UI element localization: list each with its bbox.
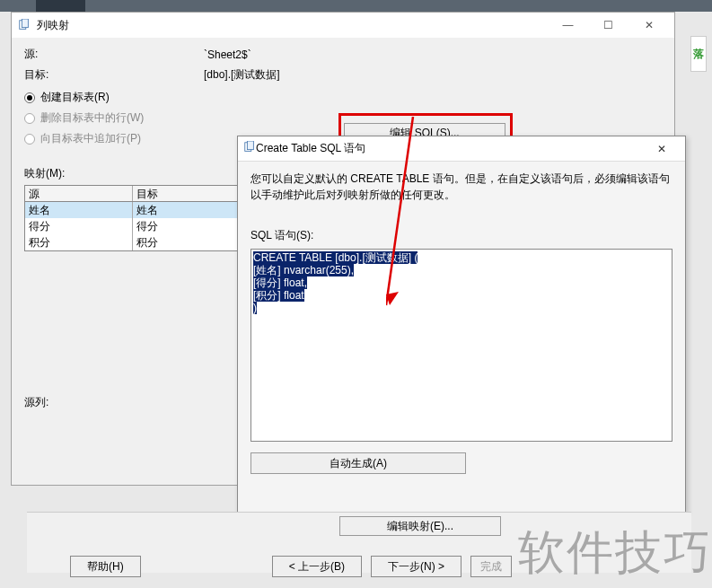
radio-create-table[interactable]: 创建目标表(R) [24, 90, 662, 105]
sql-line: [姓名] nvarchar(255), [253, 264, 354, 276]
sql-label: SQL 语句(S): [251, 228, 672, 243]
window-icon [17, 18, 31, 32]
help-button[interactable]: 帮助(H) [70, 556, 141, 577]
button-label: 帮助(H) [87, 559, 124, 575]
radio-label: 创建目标表(R) [40, 90, 110, 105]
target-value: [dbo].[测试数据] [204, 67, 280, 83]
button-label: 编辑映射(E)... [387, 519, 453, 534]
mapping-table: 源 目标 姓名 姓名 得分 得分 积分 积分 [24, 185, 240, 251]
radio-dot-icon [24, 134, 35, 145]
svg-rect-3 [247, 141, 253, 150]
radio-label: 向目标表中追加行(P) [40, 131, 141, 146]
close-button[interactable]: ✕ [644, 139, 680, 159]
side-float-button[interactable]: 落 [690, 36, 707, 72]
table-row[interactable]: 姓名 姓名 [25, 202, 239, 218]
button-label: 完成 [480, 559, 502, 575]
button-label: 自动生成(A) [330, 456, 387, 471]
sql-textarea[interactable]: CREATE TABLE [dbo].[测试数据] ( [姓名] nvarcha… [251, 249, 672, 442]
auto-generate-button[interactable]: 自动生成(A) [251, 452, 466, 474]
dialog-description: 您可以自定义默认的 CREATE TABLE 语句。但是，在自定义该语句后，必须… [251, 171, 672, 203]
cell-dst: 姓名 [133, 202, 240, 218]
header-target[interactable]: 目标 [133, 186, 240, 201]
sql-line: [得分] float, [253, 276, 307, 289]
sql-line: CREATE TABLE [dbo].[测试数据] ( [253, 251, 418, 264]
cell-dst: 积分 [133, 234, 240, 250]
sql-line: [积分] float [253, 289, 304, 302]
sub-titlebar[interactable]: Create Table SQL 语句 ✕ [238, 136, 685, 162]
window-icon [243, 141, 256, 156]
cell-dst: 得分 [133, 218, 240, 234]
button-label: 下一步(N) > [388, 559, 444, 575]
titlebar[interactable]: 列映射 — ☐ ✕ [12, 13, 674, 38]
table-row[interactable]: 得分 得分 [25, 218, 239, 234]
radio-dot-icon [24, 92, 35, 103]
target-label: 目标: [24, 67, 204, 83]
source-label: 源: [24, 47, 204, 62]
radio-dot-icon [24, 113, 35, 124]
side-float-label: 落 [693, 47, 704, 62]
edit-mapping-button[interactable]: 编辑映射(E)... [339, 516, 501, 536]
window-title: 列映射 [37, 18, 548, 33]
sub-title: Create Table SQL 语句 [256, 141, 644, 156]
create-table-sql-dialog: Create Table SQL 语句 ✕ 您可以自定义默认的 CREATE T… [237, 136, 686, 513]
table-row[interactable]: 积分 积分 [25, 234, 239, 250]
back-button[interactable]: < 上一步(B) [272, 556, 362, 577]
finish-button[interactable]: 完成 [470, 556, 512, 577]
cell-src: 得分 [25, 218, 133, 234]
header-source[interactable]: 源 [25, 186, 133, 201]
svg-rect-1 [22, 19, 28, 28]
next-button[interactable]: 下一步(N) > [371, 556, 461, 577]
maximize-button[interactable]: ☐ [588, 15, 628, 35]
wizard-footer: 编辑映射(E)... 帮助(H) < 上一步(B) 下一步(N) > 完成 [27, 512, 691, 573]
source-value: `Sheet2$` [204, 48, 251, 61]
sql-line: ) [253, 302, 257, 314]
table-header: 源 目标 [25, 186, 239, 202]
minimize-button[interactable]: — [548, 15, 588, 35]
cell-src: 积分 [25, 234, 133, 250]
cell-src: 姓名 [25, 202, 133, 218]
radio-label: 删除目标表中的行(W) [40, 110, 144, 126]
radio-delete-rows[interactable]: 删除目标表中的行(W) [24, 110, 662, 126]
button-label: < 上一步(B) [289, 559, 345, 575]
close-button[interactable]: ✕ [628, 15, 669, 35]
